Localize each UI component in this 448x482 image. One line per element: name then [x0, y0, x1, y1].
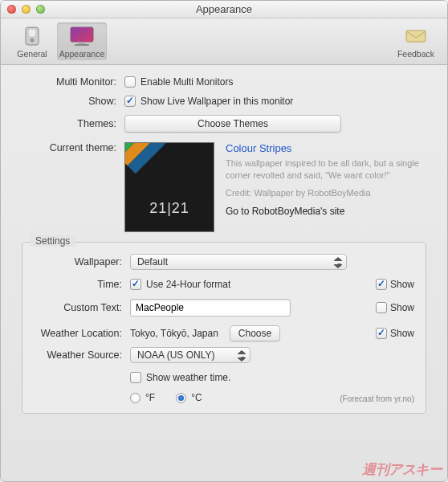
- svg-rect-7: [406, 31, 426, 42]
- show-time-checkbox[interactable]: [376, 279, 387, 290]
- wallpaper-select[interactable]: Default ▲▼: [130, 254, 347, 270]
- weather-location-value: Tokyo, Tōkyō, Japan: [130, 328, 218, 339]
- svg-rect-5: [78, 42, 86, 44]
- custom-text-input[interactable]: [130, 299, 291, 317]
- weather-source-value: NOAA (US ONLY): [137, 349, 214, 361]
- svg-rect-4: [71, 27, 93, 42]
- themes-label: Themes:: [22, 118, 124, 129]
- theme-description: This wallpaper inspired to be all dark, …: [226, 157, 426, 182]
- show-weather-time-text: Show weather time.: [146, 372, 230, 383]
- toolbar: General Appearance Feedback: [1, 18, 447, 65]
- tool-label: Feedback: [397, 49, 434, 59]
- show-label: Show:: [22, 96, 124, 107]
- choose-themes-button[interactable]: Choose Themes: [124, 115, 341, 133]
- window-title: Appearance: [1, 3, 447, 15]
- weather-source-label: Weather Source:: [34, 349, 130, 361]
- use-24h-checkbox[interactable]: [130, 279, 141, 290]
- show-live-text: Show Live Wallpaper in this monitor: [141, 96, 293, 107]
- time-label: Time:: [34, 279, 130, 290]
- wallpaper-value: Default: [137, 256, 168, 268]
- fahrenheit-radio[interactable]: [130, 393, 141, 403]
- theme-name: Colour Stripes: [226, 142, 426, 154]
- show-weather-checkbox[interactable]: [376, 328, 387, 339]
- theme-credit: Credit: Wallpaper by RobotBoyMedia: [226, 188, 426, 198]
- show-custom-text-text: Show: [390, 302, 414, 313]
- settings-title: Settings: [31, 235, 75, 247]
- multi-monitor-label: Multi Monitor:: [22, 76, 124, 88]
- weather-location-label: Weather Location:: [34, 328, 130, 339]
- svg-rect-1: [29, 30, 35, 36]
- fahrenheit-text: °F: [145, 392, 155, 403]
- choose-location-button[interactable]: Choose: [230, 325, 280, 341]
- show-live-wallpaper-checkbox[interactable]: [124, 96, 136, 107]
- settings-group: Settings Wallpaper: Default ▲▼ Time: Use…: [22, 242, 426, 414]
- enable-multi-monitors-text: Enable Multi Monitors: [141, 76, 233, 88]
- use-24h-text: Use 24-Hour format: [146, 279, 230, 290]
- enable-multi-monitors-checkbox[interactable]: [124, 76, 136, 88]
- show-custom-text-checkbox[interactable]: [376, 302, 387, 313]
- watermark: 週刊アスキー: [362, 460, 442, 479]
- feedback-icon: [402, 25, 430, 47]
- tool-label: General: [17, 49, 47, 59]
- zoom-icon[interactable]: [36, 5, 45, 14]
- svg-rect-6: [75, 44, 89, 46]
- general-icon: [18, 25, 46, 47]
- svg-point-2: [31, 39, 35, 43]
- appearance-icon: [68, 25, 96, 47]
- show-time-text: Show: [390, 279, 414, 290]
- tool-general[interactable]: General: [7, 22, 57, 60]
- tool-feedback[interactable]: Feedback: [391, 22, 441, 60]
- tool-label: Appearance: [59, 49, 105, 59]
- theme-site-link[interactable]: Go to RobotBoyMedia's site: [226, 206, 426, 217]
- show-weather-time-checkbox[interactable]: [130, 372, 141, 383]
- custom-text-label: Custom Text:: [34, 302, 130, 313]
- celsius-text: °C: [191, 392, 202, 403]
- tool-appearance[interactable]: Appearance: [57, 22, 107, 60]
- minimize-icon[interactable]: [22, 5, 31, 14]
- weather-source-select[interactable]: NOAA (US ONLY) ▲▼: [130, 347, 250, 363]
- theme-preview-time: 21|21: [125, 200, 214, 217]
- theme-thumbnail: 21|21: [124, 142, 214, 232]
- show-weather-text: Show: [390, 328, 414, 339]
- titlebar: Appearance: [1, 1, 447, 18]
- wallpaper-label: Wallpaper:: [34, 256, 130, 268]
- close-icon[interactable]: [7, 5, 16, 14]
- celsius-radio[interactable]: [176, 393, 186, 403]
- current-theme-label: Current theme:: [22, 141, 124, 153]
- forecast-source-note: (Forecast from yr.no): [340, 394, 414, 403]
